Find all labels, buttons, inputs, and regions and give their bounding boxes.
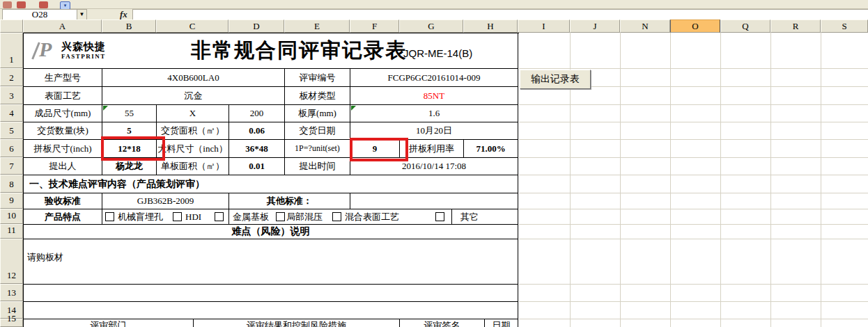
col-header-H[interactable]: H [463, 19, 518, 33]
col-header-R[interactable]: R [770, 19, 821, 33]
delivery-area-label[interactable]: 交货面积（㎡） [157, 122, 229, 140]
product-features-label[interactable]: 产品特点 [24, 209, 102, 225]
empty-row-14[interactable] [24, 302, 518, 319]
date-header[interactable]: 日期 [485, 319, 518, 327]
checkbox-hdi[interactable] [173, 212, 182, 221]
difficulty-note-content[interactable]: 请购板材 [24, 239, 518, 285]
row-header-4[interactable]: 4 [0, 104, 23, 122]
gridline [518, 157, 868, 158]
panel-utilization-value[interactable]: 71.00% [464, 140, 518, 158]
toolbar-icon-fragment[interactable] [3, 1, 12, 8]
formula-input[interactable] [132, 9, 868, 20]
col-header-N[interactable]: N [620, 19, 670, 33]
panel-utilization-label[interactable]: 拼板利用率 [400, 140, 464, 158]
row-header-15[interactable]: 15 [0, 319, 23, 327]
name-box[interactable]: O28 [2, 9, 77, 20]
delivery-qty-label[interactable]: 交货数量(块) [24, 122, 102, 140]
board-thickness-value[interactable]: 1.6 [350, 105, 518, 122]
gridline [821, 33, 821, 327]
form-header-cell[interactable]: P 兴森快捷 FASTPRINT 非常规合同评审记录表 JQR-ME-14(B) [24, 33, 518, 69]
col-header-C[interactable]: C [156, 19, 228, 33]
production-model-value[interactable]: 4X0B600LA0 [102, 69, 285, 87]
empty-row-13[interactable] [24, 285, 518, 302]
row-header-9[interactable]: 9 [0, 193, 23, 209]
row-header-8[interactable]: 8 [0, 175, 23, 193]
delivery-area-value[interactable]: 0.06 [229, 122, 285, 140]
surface-process-value[interactable]: 沉金 [102, 87, 285, 105]
col-header-A[interactable]: A [23, 19, 102, 33]
col-header-I[interactable]: I [518, 19, 570, 33]
single-board-area-label[interactable]: 单板面积（㎡） [157, 158, 229, 175]
review-sign-header[interactable]: 评审签名 [400, 319, 485, 327]
finished-size-length[interactable]: 200 [229, 105, 285, 122]
col-header-F[interactable]: F [350, 19, 399, 33]
col-header-D[interactable]: D [228, 19, 284, 33]
gridline [518, 284, 868, 285]
difficulty-note-title[interactable]: 难点（风险）说明 [24, 225, 518, 239]
row-header-6[interactable]: 6 [0, 139, 23, 157]
row-header-10[interactable]: 10 [0, 209, 23, 224]
name-box-dropdown-icon[interactable]: ▼ [77, 9, 87, 20]
review-dept-header[interactable]: 评审部门 [24, 319, 194, 327]
logo-text-en: FASTPRINT [61, 54, 106, 60]
section1-title[interactable]: 一、技术难点评审内容（产品策划评审） [24, 175, 518, 193]
finished-size-x[interactable]: X [157, 105, 229, 122]
production-model-label[interactable]: 生产型号 [24, 69, 102, 87]
finished-size-width[interactable]: 55 [102, 105, 157, 122]
review-result-header[interactable]: 评审结果和控制风险措施 [194, 319, 400, 327]
col-header-O-selected[interactable]: O [670, 19, 720, 33]
finished-size-label[interactable]: 成品尺寸(mm) [24, 105, 102, 122]
row-header-2[interactable]: 2 [0, 68, 23, 86]
board-type-value[interactable]: 85NT [350, 87, 518, 105]
row-header-3[interactable]: 3 [0, 86, 23, 104]
col-header-Q[interactable]: Q [720, 19, 770, 33]
row-header-1[interactable]: 1 [0, 33, 23, 68]
checkbox-mixed-surface[interactable] [332, 212, 341, 221]
proposer-label[interactable]: 提出人 [24, 158, 102, 175]
gridline [518, 224, 868, 225]
row-header-13[interactable]: 13 [0, 284, 23, 301]
acceptance-standard-value[interactable]: GJB362B-2009 [102, 193, 229, 209]
unit-per-set-label[interactable]: 1P=?unit(set) [285, 140, 350, 158]
submit-time-label[interactable]: 提出时间 [285, 158, 350, 175]
col-header-B[interactable]: B [102, 19, 156, 33]
surface-process-label[interactable]: 表面工艺 [24, 87, 102, 105]
delivery-date-label[interactable]: 交货日期 [285, 122, 350, 140]
panel-size-label[interactable]: 拼板尺寸(inch) [24, 140, 102, 158]
review-number-value[interactable]: FCGP6GC20161014-009 [350, 69, 518, 87]
gridline [518, 104, 868, 105]
row-header-5[interactable]: 5 [0, 122, 23, 139]
col-header-E[interactable]: E [284, 19, 350, 33]
other-standard-label[interactable]: 其他标准： [229, 193, 350, 209]
checkbox-metal-base[interactable] [215, 212, 224, 221]
checkbox-mechanical-blind-via[interactable] [105, 212, 114, 221]
logo-text-cn: 兴森快捷 [61, 42, 106, 52]
other-standard-value[interactable] [350, 193, 518, 209]
gridline [518, 301, 868, 302]
col-header-J[interactable]: J [570, 19, 620, 33]
bulk-size-label[interactable]: 大料尺寸（inch） [157, 140, 229, 158]
review-number-label[interactable]: 评审编号 [285, 69, 350, 87]
bulk-size-value[interactable]: 36*48 [229, 140, 285, 158]
acceptance-standard-label[interactable]: 验收标准 [24, 193, 102, 209]
col-header-S[interactable]: S [821, 19, 868, 33]
col-header-G[interactable]: G [399, 19, 463, 33]
output-record-button[interactable]: 输出记录表 [520, 70, 591, 89]
row-header-11[interactable]: 11 [0, 224, 23, 239]
product-features-cell-3[interactable]: 其它 [452, 209, 518, 225]
row-header-7[interactable]: 7 [0, 157, 23, 175]
select-all-corner[interactable] [0, 19, 23, 33]
board-type-label[interactable]: 板材类型 [285, 87, 350, 105]
product-features-cell-2[interactable]: 金属基板 局部混压 混合表面工艺 [229, 209, 452, 225]
doc-code: JQR-ME-14(B) [403, 47, 515, 59]
product-features-cell-1[interactable]: 机械盲埋孔 HDI [102, 209, 229, 225]
annotation-box-panel-size [101, 136, 165, 161]
toolbar-icon-fragment[interactable] [17, 1, 26, 8]
single-board-area-value[interactable]: 0.01 [229, 158, 285, 175]
gridline [518, 239, 868, 239]
checkbox-partial-hybrid[interactable] [276, 212, 285, 221]
board-thickness-label[interactable]: 板厚(mm) [285, 105, 350, 122]
row-header-12[interactable]: 12 [0, 239, 23, 284]
pdf-icon[interactable] [39, 1, 48, 8]
checkbox-other[interactable] [435, 212, 444, 221]
